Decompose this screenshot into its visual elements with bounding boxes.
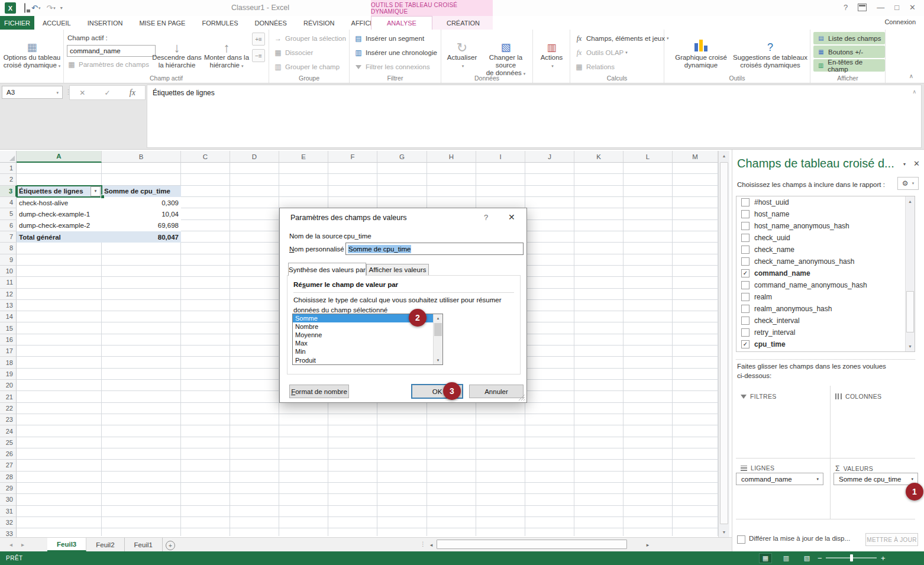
collapse-field-button[interactable]: −≡ (252, 49, 265, 62)
field-item-check-uuid[interactable]: check_uuid (736, 232, 915, 244)
scroll-down-icon[interactable]: ▼ (719, 527, 729, 537)
pivottable-options-button[interactable]: ▦ Options du tableau croisé dynamique▾ (2, 31, 62, 70)
row-header-32[interactable]: 32 (0, 517, 17, 528)
changer-source-button[interactable]: ▧ Changer la source de données▾ (480, 31, 531, 78)
account-connexion[interactable]: Connexion (884, 18, 916, 25)
actions-button[interactable]: ▥ Actions ▾ (535, 31, 568, 70)
row-header-27[interactable]: 27 (0, 460, 17, 471)
row-header-26[interactable]: 26 (0, 448, 17, 460)
actualiser-button[interactable]: ↻ Actualiser ▾ (444, 31, 480, 70)
champs-elements-jeux-button[interactable]: fxChamps, éléments et jeux▾ (574, 32, 668, 45)
row-header-15[interactable]: 15 (0, 322, 17, 334)
graphique-croise-button[interactable]: Graphique croisé dynamique (669, 31, 733, 69)
field-item-host-uuid[interactable]: #host_uuid (736, 196, 915, 208)
field-item-check-name[interactable]: check_name (736, 244, 915, 256)
summary-option-max[interactable]: Max (293, 339, 442, 347)
column-header-g[interactable]: G (377, 151, 427, 163)
ribbon-tab-donn-es[interactable]: DONNÉES (247, 16, 295, 30)
dialog-close-icon[interactable]: ✕ (508, 212, 515, 222)
cancel-entry-icon[interactable]: ✕ (79, 89, 85, 97)
tools-gear-button[interactable]: ⚙▾ (897, 177, 919, 190)
column-header-a[interactable]: A (17, 151, 102, 163)
row-header-5[interactable]: 5 (0, 208, 17, 219)
view-page-layout-icon[interactable]: ▥ (780, 553, 793, 563)
column-header-d[interactable]: D (230, 151, 279, 163)
vertical-scroll-thumb[interactable] (720, 162, 728, 524)
ribbon-display-options-icon[interactable] (858, 4, 867, 11)
field-list-scrollbar[interactable]: ▲ ▼ (905, 196, 915, 351)
column-header-k[interactable]: K (574, 151, 623, 163)
mettre-a-jour-button[interactable]: METTRE À JOUR (865, 533, 918, 546)
column-header-m[interactable]: M (673, 151, 718, 163)
dialog-help-icon[interactable]: ? (484, 213, 488, 222)
scroll-left-icon[interactable]: ◂ (427, 541, 435, 548)
summary-option-produit[interactable]: Produit (293, 356, 442, 364)
zoom-in-icon[interactable]: + (881, 554, 886, 563)
drill-up-button[interactable]: ↑ Monter dans la hiérarchie▾ (203, 31, 250, 70)
lignes-field-pill[interactable]: command_name▾ (736, 473, 823, 485)
minimize-icon[interactable]: — (877, 3, 884, 12)
row-header-19[interactable]: 19 (0, 369, 17, 380)
suggestions-tableaux-button[interactable]: ? Suggestions de tableaux croisés dynami… (733, 31, 807, 69)
column-header-e[interactable]: E (279, 151, 328, 163)
field-item-command-name-anonymous-hash[interactable]: command_name_anonymous_hash (736, 279, 915, 291)
scroll-up-icon[interactable]: ▲ (906, 196, 915, 206)
scroll-down-icon[interactable]: ▼ (906, 341, 915, 351)
row-header-10[interactable]: 10 (0, 266, 17, 277)
expand-field-button[interactable]: +≡ (252, 33, 265, 46)
row-header-2[interactable]: 2 (0, 174, 17, 185)
checkbox-host-name[interactable] (741, 210, 749, 218)
summary-option-min[interactable]: Min (293, 347, 442, 356)
field-item-command-name[interactable]: ✓command_name (736, 267, 915, 279)
row-header-3[interactable]: 3 (0, 186, 17, 197)
inserer-segment-button[interactable]: ▤Insérer un segment (354, 32, 424, 45)
checkbox-check-uuid[interactable] (741, 234, 749, 242)
liste-des-champs-toggle[interactable]: ▤Liste des champs (813, 32, 885, 44)
view-normal-icon[interactable]: ▦ (759, 553, 772, 563)
column-header-i[interactable]: I (476, 151, 525, 163)
row-header-33[interactable]: 33 (0, 528, 17, 537)
inserer-chronologie-button[interactable]: ▥Insérer une chronologie (354, 46, 437, 59)
summary-option-moyenne[interactable]: Moyenne (293, 331, 442, 339)
row-header-21[interactable]: 21 (0, 391, 17, 402)
pane-options-caret-icon[interactable]: ▾ (903, 162, 906, 167)
area-lignes[interactable]: LIGNES (741, 464, 774, 472)
close-icon[interactable]: ✕ (909, 3, 916, 12)
ribbon-tab-insertion[interactable]: INSERTION (79, 16, 131, 30)
new-sheet-icon[interactable]: + (166, 541, 175, 550)
listbox-scrollbar[interactable]: ▲ ▼ (433, 314, 442, 364)
listbox-scroll-thumb[interactable] (434, 323, 442, 336)
active-field-input[interactable]: command_name (67, 45, 156, 57)
checkbox-host-name-anonymous-hash[interactable] (741, 222, 749, 230)
ribbon-tab-accueil[interactable]: ACCUEIL (34, 16, 79, 30)
collapse-formula-bar-icon[interactable]: ∧ (912, 89, 916, 95)
row-header-13[interactable]: 13 (0, 300, 17, 311)
field-item-host-name-anonymous-hash[interactable]: host_name_anonymous_hash (736, 220, 915, 232)
row-header-23[interactable]: 23 (0, 414, 17, 425)
checkbox-realm-anonymous-hash[interactable] (741, 305, 749, 313)
name-box-caret-icon[interactable]: ▾ (56, 91, 59, 95)
tab-analyse-active[interactable]: ANALYSE (371, 16, 432, 30)
drill-down-button[interactable]: ↓ Descendre dans la hiérarchie (151, 31, 202, 69)
parametres-de-champs-button[interactable]: ▦ Paramètres de champs (67, 58, 149, 71)
column-header-l[interactable]: L (623, 151, 673, 163)
checkbox-host-uuid[interactable] (741, 198, 749, 206)
outils-olap-button[interactable]: fxOutils OLAP▾ (574, 46, 628, 59)
column-header-f[interactable]: F (328, 151, 377, 163)
collapse-ribbon-icon[interactable]: ∧ (909, 73, 913, 79)
redo-icon[interactable]: ↷ (46, 4, 53, 12)
custom-name-input[interactable]: Somme de cpu_time (345, 243, 524, 255)
filtrer-connexions-button[interactable]: Filtrer les connexions (354, 60, 430, 73)
scroll-up-icon[interactable]: ▲ (719, 151, 729, 161)
scroll-down-icon[interactable]: ▼ (434, 356, 442, 364)
ribbon-tab-r-vision[interactable]: RÉVISION (295, 16, 343, 30)
checkbox-realm[interactable] (741, 293, 749, 301)
checkbox-retry-interval[interactable] (741, 328, 749, 337)
row-header-16[interactable]: 16 (0, 334, 17, 346)
insert-function-icon[interactable]: fx (130, 88, 135, 98)
tab-fichier[interactable]: FICHIER (0, 16, 34, 30)
sheet-tab-feuil3[interactable]: Feuil3 (47, 538, 86, 551)
checkbox-check-interval[interactable] (741, 317, 749, 325)
checkbox-check-name[interactable] (741, 246, 749, 254)
row-header-4[interactable]: 4 (0, 197, 17, 208)
